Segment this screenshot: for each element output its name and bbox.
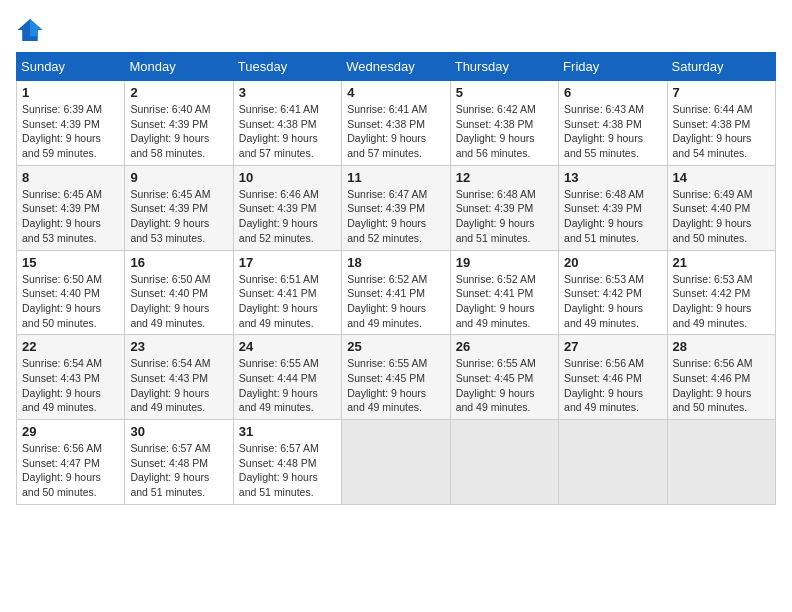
calendar-cell: 2 Sunrise: 6:40 AMSunset: 4:39 PMDayligh… — [125, 81, 233, 166]
calendar-cell: 23 Sunrise: 6:54 AMSunset: 4:43 PMDaylig… — [125, 335, 233, 420]
day-info: Sunrise: 6:56 AMSunset: 4:47 PMDaylight:… — [22, 442, 102, 498]
day-info: Sunrise: 6:45 AMSunset: 4:39 PMDaylight:… — [130, 188, 210, 244]
calendar-cell: 26 Sunrise: 6:55 AMSunset: 4:45 PMDaylig… — [450, 335, 558, 420]
calendar-cell: 15 Sunrise: 6:50 AMSunset: 4:40 PMDaylig… — [17, 250, 125, 335]
day-number: 16 — [130, 255, 227, 270]
day-info: Sunrise: 6:46 AMSunset: 4:39 PMDaylight:… — [239, 188, 319, 244]
day-number: 27 — [564, 339, 661, 354]
calendar-week-5: 29 Sunrise: 6:56 AMSunset: 4:47 PMDaylig… — [17, 420, 776, 505]
day-info: Sunrise: 6:53 AMSunset: 4:42 PMDaylight:… — [564, 273, 644, 329]
weekday-header-tuesday: Tuesday — [233, 53, 341, 81]
weekday-header-saturday: Saturday — [667, 53, 775, 81]
calendar-cell: 21 Sunrise: 6:53 AMSunset: 4:42 PMDaylig… — [667, 250, 775, 335]
calendar-cell: 27 Sunrise: 6:56 AMSunset: 4:46 PMDaylig… — [559, 335, 667, 420]
day-number: 19 — [456, 255, 553, 270]
day-number: 23 — [130, 339, 227, 354]
calendar-cell: 16 Sunrise: 6:50 AMSunset: 4:40 PMDaylig… — [125, 250, 233, 335]
day-info: Sunrise: 6:55 AMSunset: 4:45 PMDaylight:… — [347, 357, 427, 413]
weekday-header-monday: Monday — [125, 53, 233, 81]
day-info: Sunrise: 6:52 AMSunset: 4:41 PMDaylight:… — [347, 273, 427, 329]
day-info: Sunrise: 6:56 AMSunset: 4:46 PMDaylight:… — [673, 357, 753, 413]
day-info: Sunrise: 6:57 AMSunset: 4:48 PMDaylight:… — [130, 442, 210, 498]
calendar-cell: 3 Sunrise: 6:41 AMSunset: 4:38 PMDayligh… — [233, 81, 341, 166]
calendar-cell: 9 Sunrise: 6:45 AMSunset: 4:39 PMDayligh… — [125, 165, 233, 250]
day-info: Sunrise: 6:53 AMSunset: 4:42 PMDaylight:… — [673, 273, 753, 329]
day-number: 1 — [22, 85, 119, 100]
calendar-week-1: 1 Sunrise: 6:39 AMSunset: 4:39 PMDayligh… — [17, 81, 776, 166]
day-info: Sunrise: 6:50 AMSunset: 4:40 PMDaylight:… — [22, 273, 102, 329]
day-number: 31 — [239, 424, 336, 439]
calendar-cell: 4 Sunrise: 6:41 AMSunset: 4:38 PMDayligh… — [342, 81, 450, 166]
calendar-header-row: SundayMondayTuesdayWednesdayThursdayFrid… — [17, 53, 776, 81]
calendar-cell: 8 Sunrise: 6:45 AMSunset: 4:39 PMDayligh… — [17, 165, 125, 250]
svg-marker-1 — [30, 19, 42, 36]
calendar-cell: 24 Sunrise: 6:55 AMSunset: 4:44 PMDaylig… — [233, 335, 341, 420]
day-number: 4 — [347, 85, 444, 100]
day-info: Sunrise: 6:50 AMSunset: 4:40 PMDaylight:… — [130, 273, 210, 329]
calendar-cell — [342, 420, 450, 505]
day-info: Sunrise: 6:39 AMSunset: 4:39 PMDaylight:… — [22, 103, 102, 159]
day-number: 5 — [456, 85, 553, 100]
calendar-cell: 11 Sunrise: 6:47 AMSunset: 4:39 PMDaylig… — [342, 165, 450, 250]
day-number: 21 — [673, 255, 770, 270]
calendar-week-2: 8 Sunrise: 6:45 AMSunset: 4:39 PMDayligh… — [17, 165, 776, 250]
day-info: Sunrise: 6:41 AMSunset: 4:38 PMDaylight:… — [347, 103, 427, 159]
day-number: 13 — [564, 170, 661, 185]
day-info: Sunrise: 6:43 AMSunset: 4:38 PMDaylight:… — [564, 103, 644, 159]
day-number: 26 — [456, 339, 553, 354]
day-number: 10 — [239, 170, 336, 185]
day-info: Sunrise: 6:41 AMSunset: 4:38 PMDaylight:… — [239, 103, 319, 159]
day-info: Sunrise: 6:40 AMSunset: 4:39 PMDaylight:… — [130, 103, 210, 159]
day-number: 8 — [22, 170, 119, 185]
day-number: 12 — [456, 170, 553, 185]
day-number: 3 — [239, 85, 336, 100]
day-info: Sunrise: 6:49 AMSunset: 4:40 PMDaylight:… — [673, 188, 753, 244]
calendar-body: 1 Sunrise: 6:39 AMSunset: 4:39 PMDayligh… — [17, 81, 776, 505]
day-number: 24 — [239, 339, 336, 354]
day-info: Sunrise: 6:48 AMSunset: 4:39 PMDaylight:… — [456, 188, 536, 244]
day-info: Sunrise: 6:47 AMSunset: 4:39 PMDaylight:… — [347, 188, 427, 244]
calendar-cell: 5 Sunrise: 6:42 AMSunset: 4:38 PMDayligh… — [450, 81, 558, 166]
calendar-week-3: 15 Sunrise: 6:50 AMSunset: 4:40 PMDaylig… — [17, 250, 776, 335]
day-info: Sunrise: 6:56 AMSunset: 4:46 PMDaylight:… — [564, 357, 644, 413]
calendar-cell: 14 Sunrise: 6:49 AMSunset: 4:40 PMDaylig… — [667, 165, 775, 250]
day-number: 22 — [22, 339, 119, 354]
day-info: Sunrise: 6:48 AMSunset: 4:39 PMDaylight:… — [564, 188, 644, 244]
day-info: Sunrise: 6:51 AMSunset: 4:41 PMDaylight:… — [239, 273, 319, 329]
calendar-cell: 1 Sunrise: 6:39 AMSunset: 4:39 PMDayligh… — [17, 81, 125, 166]
calendar-cell: 30 Sunrise: 6:57 AMSunset: 4:48 PMDaylig… — [125, 420, 233, 505]
calendar-week-4: 22 Sunrise: 6:54 AMSunset: 4:43 PMDaylig… — [17, 335, 776, 420]
day-number: 28 — [673, 339, 770, 354]
calendar-cell: 7 Sunrise: 6:44 AMSunset: 4:38 PMDayligh… — [667, 81, 775, 166]
day-info: Sunrise: 6:52 AMSunset: 4:41 PMDaylight:… — [456, 273, 536, 329]
day-info: Sunrise: 6:42 AMSunset: 4:38 PMDaylight:… — [456, 103, 536, 159]
day-number: 15 — [22, 255, 119, 270]
calendar-cell: 25 Sunrise: 6:55 AMSunset: 4:45 PMDaylig… — [342, 335, 450, 420]
calendar-cell: 10 Sunrise: 6:46 AMSunset: 4:39 PMDaylig… — [233, 165, 341, 250]
day-number: 7 — [673, 85, 770, 100]
day-number: 9 — [130, 170, 227, 185]
calendar-cell: 12 Sunrise: 6:48 AMSunset: 4:39 PMDaylig… — [450, 165, 558, 250]
calendar-cell: 6 Sunrise: 6:43 AMSunset: 4:38 PMDayligh… — [559, 81, 667, 166]
day-info: Sunrise: 6:54 AMSunset: 4:43 PMDaylight:… — [130, 357, 210, 413]
day-info: Sunrise: 6:44 AMSunset: 4:38 PMDaylight:… — [673, 103, 753, 159]
weekday-header-wednesday: Wednesday — [342, 53, 450, 81]
calendar-cell: 29 Sunrise: 6:56 AMSunset: 4:47 PMDaylig… — [17, 420, 125, 505]
day-number: 20 — [564, 255, 661, 270]
calendar-cell — [450, 420, 558, 505]
day-info: Sunrise: 6:54 AMSunset: 4:43 PMDaylight:… — [22, 357, 102, 413]
calendar-cell: 31 Sunrise: 6:57 AMSunset: 4:48 PMDaylig… — [233, 420, 341, 505]
calendar-cell — [559, 420, 667, 505]
logo — [16, 16, 48, 44]
day-number: 17 — [239, 255, 336, 270]
calendar-cell: 17 Sunrise: 6:51 AMSunset: 4:41 PMDaylig… — [233, 250, 341, 335]
calendar-table: SundayMondayTuesdayWednesdayThursdayFrid… — [16, 52, 776, 505]
day-number: 14 — [673, 170, 770, 185]
day-info: Sunrise: 6:57 AMSunset: 4:48 PMDaylight:… — [239, 442, 319, 498]
day-number: 11 — [347, 170, 444, 185]
day-info: Sunrise: 6:55 AMSunset: 4:44 PMDaylight:… — [239, 357, 319, 413]
weekday-header-friday: Friday — [559, 53, 667, 81]
day-info: Sunrise: 6:55 AMSunset: 4:45 PMDaylight:… — [456, 357, 536, 413]
weekday-header-thursday: Thursday — [450, 53, 558, 81]
calendar-cell: 13 Sunrise: 6:48 AMSunset: 4:39 PMDaylig… — [559, 165, 667, 250]
